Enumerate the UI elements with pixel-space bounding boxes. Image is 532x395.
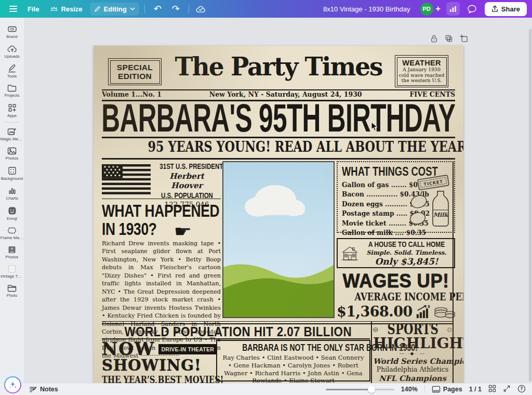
redo-button[interactable]: ↷ xyxy=(168,3,183,15)
sidebar-item-photos-thumbnail[interactable]: Photos xyxy=(0,243,24,262)
pencil-icon xyxy=(94,6,101,12)
sidebar-item-brand[interactable]: CG Brand xyxy=(0,22,24,42)
duplicate-page-button[interactable] xyxy=(444,34,454,43)
design-page[interactable]: SPECIAL EDITION The Party Times WEATHER … xyxy=(94,46,463,383)
fullscreen-button[interactable] xyxy=(503,385,511,394)
duplicate-icon xyxy=(445,34,453,43)
population-band[interactable]: WORLD POPULATION HIT 2.07 BILLION xyxy=(102,325,370,338)
sidebar-item-photos[interactable]: Photos xyxy=(0,144,24,163)
president-name: Herbert Hoover xyxy=(153,172,221,190)
weather-title: WEATHER xyxy=(402,59,441,67)
what-things-cost-box[interactable]: WHAT THINGS COST $ Gallon of gas .......… xyxy=(337,161,455,233)
pages-label: Pages xyxy=(443,386,462,393)
frame-maker-icon xyxy=(7,227,17,234)
sidebar-item-tools[interactable]: Tools xyxy=(0,61,24,81)
editing-mode-button[interactable]: Editing xyxy=(90,3,139,16)
sidebar-item-charts[interactable]: Charts xyxy=(0,183,24,203)
topbar: File Resize Editing ↶ ↷ 8x10 Vintage - 1… xyxy=(0,0,532,18)
sports-highlights-column[interactable]: SPORTS HIGHLIGHTS — ·◆· — World Series C… xyxy=(373,323,452,383)
help-button[interactable]: ? xyxy=(517,385,526,394)
lock-page-button[interactable] xyxy=(429,34,438,43)
sub-headline[interactable]: 95 YEARS YOUNG! READ ALL ABOUT THE YEAR … xyxy=(148,138,463,155)
sidebar-item-projects[interactable]: Projects xyxy=(0,81,24,100)
stars-born-box[interactable]: BARBARA IS NOT THE ONLY STAR BORN IN 193… xyxy=(216,340,370,381)
wages-subtitle[interactable]: AVERAGE INCOME PER YEAR xyxy=(355,291,463,303)
sidebar-item-magic-media[interactable]: Magic Media xyxy=(0,124,24,144)
add-page-button[interactable] xyxy=(459,34,469,43)
columns-section: 31ST U.S. PRESIDENT Herbert Hoover U.S. … xyxy=(102,161,455,321)
house-ad-box[interactable]: A HOUSE TO CALL HOME Simple. Solid. Time… xyxy=(337,238,455,268)
magic-media-icon xyxy=(7,127,17,136)
sidebar-item-background[interactable]: Background xyxy=(0,163,24,183)
grid-view-icon xyxy=(488,385,496,392)
sidebar-item-photo-folder[interactable]: Photo xyxy=(0,281,24,300)
zoom-level-button[interactable]: 140% xyxy=(401,386,418,393)
share-button[interactable]: Share xyxy=(485,2,527,16)
canva-assistant-button[interactable] xyxy=(4,376,21,393)
svg-text:$: $ xyxy=(428,304,430,309)
sidebar-item-apps[interactable]: Apps xyxy=(0,100,24,121)
notes-button[interactable]: Notes xyxy=(29,386,58,393)
share-label: Share xyxy=(501,5,520,13)
comment-bubble-icon xyxy=(467,5,477,14)
upload-cloud-icon xyxy=(7,45,17,53)
crown-icon xyxy=(50,6,58,12)
texture-swatch-icon xyxy=(8,265,16,273)
apps-grid-icon xyxy=(8,103,17,112)
avatar[interactable]: PD xyxy=(420,3,433,16)
baseball-icon xyxy=(447,325,452,335)
wages-title[interactable]: WAGES UP! xyxy=(337,270,455,292)
zoom-slider[interactable] xyxy=(326,385,394,393)
resize-button[interactable]: Resize xyxy=(46,3,86,16)
now-showing-block[interactable]: NOW DRIVE-IN THEATER SHOWING! THE YEAR’S… xyxy=(102,340,214,383)
design-workspace: SPECIAL EDITION The Party Times WEATHER … xyxy=(24,18,532,395)
world-series-label: World Series Champions xyxy=(373,357,452,365)
object-panel-sidebar: CG Brand Uploads Tools Projects Apps Mag… xyxy=(0,18,24,395)
zoom-slider-knob[interactable] xyxy=(368,386,375,393)
sidebar-item-uploads[interactable]: Uploads xyxy=(0,42,24,61)
svg-text:CG: CG xyxy=(10,28,14,31)
add-page-icon xyxy=(460,34,468,43)
sidebar-item-frame-maker[interactable]: Frame Maker xyxy=(0,223,24,243)
main-menu-button[interactable] xyxy=(6,3,20,15)
drive-in-badge: DRIVE-IN THEATER xyxy=(158,344,217,354)
charts-icon xyxy=(8,187,17,195)
sidebar-item-emoji[interactable]: Emoji xyxy=(0,203,24,223)
house-price: Only $3,845! xyxy=(362,256,451,267)
wages-amount-row[interactable]: $1,368.00 $ xyxy=(337,304,455,320)
grid-view-button[interactable] xyxy=(488,385,496,394)
vertical-scrollbar[interactable] xyxy=(529,29,531,381)
comments-button[interactable] xyxy=(466,2,479,16)
what-happened-line1: WHAT HAPPENED xyxy=(102,202,219,219)
pages-button[interactable]: Pages xyxy=(432,386,462,393)
sidebar-item-vintage-texture[interactable]: Vintage Tex... xyxy=(0,262,24,281)
lock-icon xyxy=(430,34,438,43)
us-flag-illustration[interactable] xyxy=(102,164,151,194)
file-menu-button[interactable]: File xyxy=(23,3,43,16)
brand-kit-icon: CG xyxy=(7,25,17,33)
emoji-icon xyxy=(8,206,17,215)
sidebar-divider xyxy=(5,122,19,123)
milk-bottle-illustration: Milk xyxy=(430,189,451,228)
pages-icon xyxy=(432,386,441,393)
design-title[interactable]: 8x10 Vintage - 1930 Birthday xyxy=(323,5,410,13)
weather-box[interactable]: WEATHER A January 1930 cold wave reached… xyxy=(395,55,448,87)
undo-button[interactable]: ↶ xyxy=(150,3,165,15)
world-series-value: Philadelphia Athletics xyxy=(373,365,452,373)
photo-thumbnail-icon xyxy=(8,246,16,254)
sparkle-icon xyxy=(8,380,17,389)
landscape-placeholder-image xyxy=(223,162,334,317)
bar-chart-icon xyxy=(449,6,457,12)
photo-folder-icon xyxy=(7,284,17,292)
invite-member-button[interactable]: + xyxy=(436,4,441,14)
stars-names: Ray Charles • Clint Eastwood • Sean Conn… xyxy=(220,354,366,383)
now-word: NOW xyxy=(102,340,155,358)
svg-text:?: ? xyxy=(521,386,523,391)
bottombar: Notes 140% Pages 1 / 1 xyxy=(0,383,532,395)
insights-button[interactable] xyxy=(446,2,460,16)
main-headline[interactable]: BARBARA'S 95TH BIRTHDAY xyxy=(102,96,456,141)
photo-placeholder[interactable] xyxy=(222,161,335,318)
file-menu-label: File xyxy=(28,5,39,13)
canva-editor: File Resize Editing ↶ ↷ 8x10 Vintage - 1… xyxy=(0,0,532,395)
folder-icon xyxy=(7,84,17,92)
